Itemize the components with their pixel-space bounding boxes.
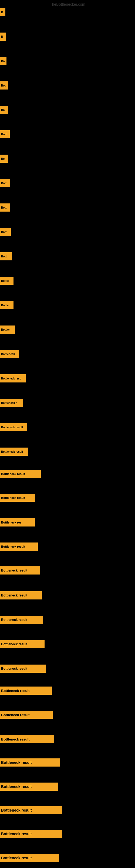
bottleneck-badge-25[interactable]: Bottleneck result bbox=[0, 591, 42, 599]
bottleneck-badge-2[interactable]: B bbox=[0, 33, 6, 41]
bottleneck-badge-33[interactable]: Bottleneck result bbox=[0, 782, 58, 791]
bottleneck-badge-30[interactable]: Bottleneck result bbox=[0, 711, 53, 719]
bottleneck-badge-11[interactable]: Bottl bbox=[0, 252, 12, 260]
bottleneck-badge-31[interactable]: Bottleneck result bbox=[0, 735, 54, 743]
bottleneck-badge-24[interactable]: Bottleneck result bbox=[0, 566, 40, 575]
bottleneck-badge-10[interactable]: Bott bbox=[0, 228, 11, 236]
bottleneck-badge-34[interactable]: Bottleneck result bbox=[0, 806, 62, 814]
bottleneck-badge-27[interactable]: Bottleneck result bbox=[0, 640, 45, 648]
bottleneck-badge-21[interactable]: Bottleneck result bbox=[0, 494, 35, 502]
bottleneck-badge-35[interactable]: Bottleneck result bbox=[0, 830, 62, 838]
bottleneck-badge-12[interactable]: Bottle bbox=[0, 277, 13, 285]
bottleneck-badge-3[interactable]: Bo bbox=[0, 57, 6, 65]
bottleneck-badge-1[interactable]: B bbox=[0, 8, 5, 16]
bottleneck-badge-26[interactable]: Bottleneck result bbox=[0, 616, 43, 624]
bottleneck-badge-23[interactable]: Bottleneck result bbox=[0, 542, 38, 551]
site-title: TheBottlenecker.com bbox=[50, 2, 85, 6]
bottleneck-badge-15[interactable]: Bottleneck bbox=[0, 350, 19, 358]
bottleneck-badge-7[interactable]: Bo bbox=[0, 155, 8, 163]
bottleneck-badge-9[interactable]: Bott bbox=[0, 204, 10, 212]
bottleneck-badge-4[interactable]: Bot bbox=[0, 82, 8, 90]
bottleneck-badge-5[interactable]: Bo bbox=[0, 106, 8, 114]
bottleneck-badge-17[interactable]: Bottleneck r bbox=[0, 399, 23, 407]
bottleneck-badge-29[interactable]: Bottleneck result bbox=[0, 686, 52, 695]
bottleneck-badge-32[interactable]: Bottleneck result bbox=[0, 758, 60, 767]
bottleneck-badge-19[interactable]: Bottleneck result bbox=[0, 447, 28, 456]
bottleneck-badge-36[interactable]: Bottleneck result bbox=[0, 854, 59, 862]
bottleneck-badge-8[interactable]: Bott bbox=[0, 179, 10, 187]
bottleneck-badge-13[interactable]: Bottle bbox=[0, 301, 13, 309]
bottleneck-badge-18[interactable]: Bottleneck result bbox=[0, 423, 27, 431]
bottleneck-badge-16[interactable]: Bottleneck resu bbox=[0, 374, 26, 382]
bottleneck-badge-20[interactable]: Bottleneck result bbox=[0, 470, 41, 478]
bottleneck-badge-6[interactable]: Bott bbox=[0, 130, 10, 138]
bottleneck-badge-22[interactable]: Bottleneck res bbox=[0, 518, 35, 527]
bottleneck-badge-14[interactable]: Bottler bbox=[0, 326, 15, 334]
bottleneck-badge-28[interactable]: Bottleneck result bbox=[0, 664, 46, 673]
